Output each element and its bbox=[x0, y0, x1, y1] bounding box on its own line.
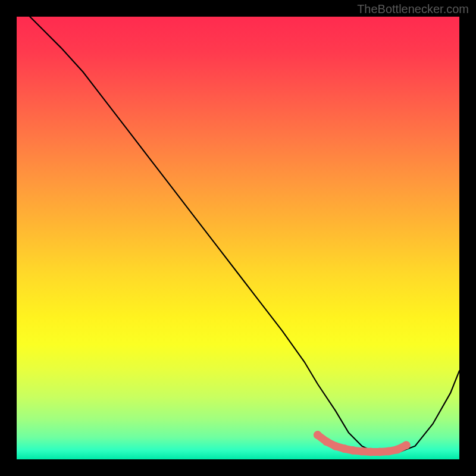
sweet-spot-dot bbox=[340, 444, 349, 453]
sweet-spot-dot bbox=[349, 446, 357, 455]
watermark-text: TheBottlenecker.com bbox=[357, 2, 469, 16]
sweet-spot-dot bbox=[367, 447, 375, 456]
sweet-spot-dots bbox=[314, 431, 411, 456]
plot-area bbox=[17, 17, 459, 459]
sweet-spot-dot bbox=[314, 431, 322, 439]
sweet-spot-dot bbox=[322, 437, 331, 446]
sweet-spot-dot bbox=[331, 442, 340, 450]
sweet-spot-dot bbox=[375, 447, 384, 456]
bottleneck-curve-path bbox=[30, 17, 459, 453]
sweet-spot-dot bbox=[402, 441, 411, 449]
sweet-spot-dot bbox=[358, 447, 366, 456]
sweet-spot-dot bbox=[384, 447, 393, 456]
chart-svg bbox=[17, 17, 459, 459]
sweet-spot-dot bbox=[393, 446, 402, 454]
